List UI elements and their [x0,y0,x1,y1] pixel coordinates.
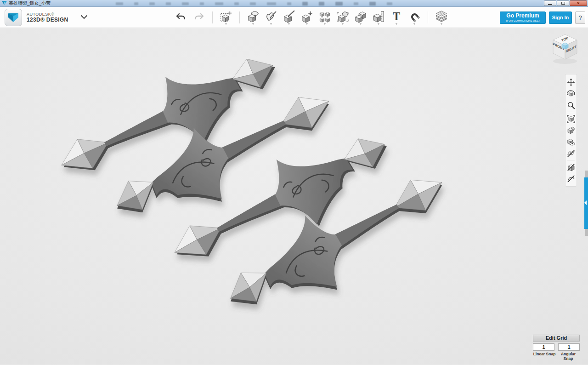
toolbar-separator [239,11,240,23]
material-shading-button[interactable] [565,125,577,136]
angular-snap-input[interactable] [558,343,580,351]
help-button[interactable]: ? [575,11,585,24]
main-toolbar: T [174,7,449,28]
grid-settings-panel: Edit Grid Linear Snap Angular Snap [533,335,580,361]
zoom-icon [567,101,575,109]
measure-icon [372,10,385,23]
snap-visibility-button[interactable] [565,161,577,173]
modify-tool-button[interactable] [300,8,314,27]
edit-grid-button[interactable]: Edit Grid [533,335,580,342]
viewport-3d[interactable]: TOP FRONT RIGHT [0,28,588,365]
fit-icon [567,115,575,123]
navigation-toolbar [565,74,577,187]
grouping-icon [336,10,349,23]
show-hide-icon [567,138,575,146]
chevron-left-icon [584,200,587,205]
toolbar-separator [212,11,213,23]
snap-tool-button[interactable] [407,8,422,27]
header: AUTODESK® 123D® DESIGN [0,7,588,28]
combine-icon [354,10,367,23]
pan-button[interactable] [565,76,577,88]
toolbar-separator [428,11,428,23]
minimize-button[interactable] [544,0,556,6]
primitives-icon [247,10,260,23]
app-logo-icon[interactable] [5,9,22,26]
construct-icon [283,10,295,23]
construct-tool-button[interactable] [282,8,296,27]
orbit-button[interactable] [565,88,577,99]
primitives-tool-button[interactable] [246,8,260,27]
snap-visibility-icon [567,163,575,171]
linear-snap-input[interactable] [533,343,554,351]
window-title: 英雄聯盟_鎚女_小苦 [9,0,51,6]
show-hide-button[interactable] [565,136,577,148]
redo-button[interactable] [192,8,206,27]
panel-expand-tab[interactable] [584,177,588,229]
text-icon: T [390,10,403,23]
view-cube-home-icon[interactable] [562,43,568,49]
close-button[interactable]: × [570,0,587,6]
right-edge-panel [584,171,588,236]
zoom-button[interactable] [565,99,577,111]
material-icon [435,10,448,23]
view-cube[interactable]: TOP FRONT RIGHT [548,32,582,66]
go-premium-button[interactable]: Go Premium (FOR COMMERCIAL USE) [500,11,546,24]
sketch-tool-button[interactable] [264,8,278,27]
sign-in-button[interactable]: Sign In [549,11,572,24]
combine-tool-button[interactable] [353,8,368,27]
sketch-visibility-button[interactable] [565,173,577,184]
transform-tool-button[interactable] [219,8,233,27]
navigation-toolbar-separator [567,160,575,160]
restore-button[interactable] [557,0,569,6]
app-titlebar-icon [2,1,7,6]
brand-line1: AUTODESK® [27,12,68,17]
svg-text:T: T [393,10,400,23]
transform-icon [220,10,232,23]
text-tool-button[interactable]: T [389,8,404,27]
grid-visibility-button[interactable] [565,148,577,159]
edge-cap-top [585,171,588,177]
grouping-tool-button[interactable] [335,8,350,27]
orbit-icon [567,90,575,98]
scene-3d-parts [0,28,588,365]
material-tool-button[interactable] [434,8,449,27]
measure-tool-button[interactable] [371,8,386,27]
brand-line2: 123D® DESIGN [27,17,68,23]
undo-button[interactable] [174,8,188,27]
pattern-icon [318,10,331,23]
titlebar-ghost-artifacts [116,2,392,6]
edge-cap-bottom [585,229,588,236]
angular-snap-label: Angular Snap [557,352,580,361]
fit-button[interactable] [565,113,577,125]
redo-icon [193,13,204,22]
linear-snap-label: Linear Snap [533,352,556,361]
sketch-visibility-icon [567,175,575,183]
pan-icon [567,78,575,86]
sketch-icon [265,10,277,23]
titlebar: 英雄聯盟_鎚女_小苦 × [0,0,588,7]
modify-icon [300,10,313,23]
app-window: 英雄聯盟_鎚女_小苦 × AUTODESK® [0,0,588,365]
app-brand: AUTODESK® 123D® DESIGN [0,9,87,26]
snap-icon [408,10,421,23]
header-right: Go Premium (FOR COMMERCIAL USE) Sign In … [500,7,585,28]
navigation-toolbar-separator [567,112,575,112]
material-shading-icon [567,126,575,135]
grid-visibility-icon [567,149,575,158]
undo-icon [175,13,187,22]
app-menu-chevron-icon[interactable] [81,15,87,19]
pattern-tool-button[interactable] [317,8,332,27]
